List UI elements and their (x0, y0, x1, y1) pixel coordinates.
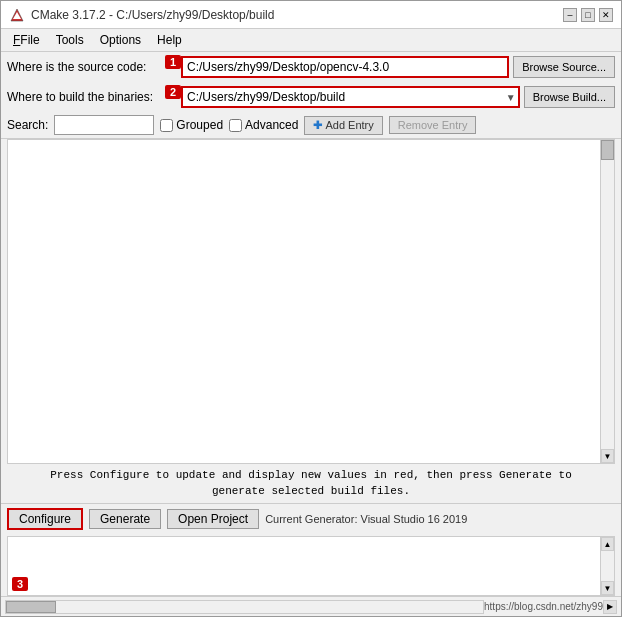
main-content: 1 Where is the source code: Browse Sourc… (1, 52, 621, 616)
build-row: 2 Where to build the binaries: C:/Users/… (1, 82, 621, 112)
source-row: 1 Where is the source code: Browse Sourc… (1, 52, 621, 82)
number3-badge: 3 (12, 577, 28, 591)
scroll-thumb[interactable] (601, 140, 614, 160)
menu-bar: FFile Tools Options Help (1, 29, 621, 52)
search-input[interactable] (54, 115, 154, 135)
number1-badge: 1 (165, 55, 181, 69)
log-area: 3 ▲ ▼ (7, 536, 615, 596)
log-scroll-up[interactable]: ▲ (601, 537, 614, 551)
log-scrollbar-v[interactable]: ▲ ▼ (600, 537, 614, 595)
remove-entry-button[interactable]: Remove Entry (389, 116, 477, 134)
advanced-checkbox[interactable] (229, 119, 242, 132)
advanced-label: Advanced (245, 118, 298, 132)
bottom-bar: Configure Generate Open Project Current … (1, 503, 621, 534)
status-text: Press Configure to update and display ne… (1, 464, 621, 503)
h-scroll-right[interactable]: ▶ (603, 600, 617, 614)
horizontal-scrollbar[interactable] (5, 600, 484, 614)
cmake-config-area: ▲ ▼ (7, 139, 615, 464)
browse-build-button[interactable]: Browse Build... (524, 86, 615, 108)
cmake-icon (9, 7, 25, 23)
add-entry-button[interactable]: ✚ Add Entry (304, 116, 382, 135)
maximize-button[interactable]: □ (581, 8, 595, 22)
grouped-checkbox[interactable] (160, 119, 173, 132)
h-scroll-thumb[interactable] (6, 601, 56, 613)
title-text: CMake 3.17.2 - C:/Users/zhy99/Desktop/bu… (31, 8, 274, 22)
plus-icon: ✚ (313, 119, 322, 132)
title-bar-left: CMake 3.17.2 - C:/Users/zhy99/Desktop/bu… (9, 7, 274, 23)
build-label: Where to build the binaries: (7, 90, 177, 104)
generator-text: Current Generator: Visual Studio 16 2019 (265, 513, 467, 525)
source-label: Where is the source code: (7, 60, 177, 74)
close-button[interactable]: ✕ (599, 8, 613, 22)
configure-button[interactable]: Configure (7, 508, 83, 530)
build-select-wrap[interactable]: C:/Users/zhy99/Desktop/build ▼ (181, 86, 520, 108)
bottom-status-bar: https://blog.csdn.net/zhy99 ▶ (1, 596, 621, 616)
main-scrollbar-v[interactable]: ▲ ▼ (600, 140, 614, 463)
build-value: C:/Users/zhy99/Desktop/build (185, 90, 506, 104)
title-bar-buttons: – □ ✕ (563, 8, 613, 22)
log-scroll-down[interactable]: ▼ (601, 581, 614, 595)
add-entry-label: Add Entry (325, 119, 373, 131)
grouped-label: Grouped (176, 118, 223, 132)
search-label: Search: (7, 118, 48, 132)
number2-badge: 2 (165, 85, 181, 99)
scroll-down-arrow[interactable]: ▼ (601, 449, 614, 463)
menu-options[interactable]: Options (92, 31, 149, 49)
title-bar: CMake 3.17.2 - C:/Users/zhy99/Desktop/bu… (1, 1, 621, 29)
menu-file[interactable]: FFile (5, 31, 48, 49)
grouped-checkbox-label[interactable]: Grouped (160, 118, 223, 132)
open-project-button[interactable]: Open Project (167, 509, 259, 529)
cmake-window: CMake 3.17.2 - C:/Users/zhy99/Desktop/bu… (0, 0, 622, 617)
advanced-checkbox-label[interactable]: Advanced (229, 118, 298, 132)
url-text: https://blog.csdn.net/zhy99 (484, 601, 603, 612)
browse-source-button[interactable]: Browse Source... (513, 56, 615, 78)
generate-button[interactable]: Generate (89, 509, 161, 529)
source-input[interactable] (181, 56, 509, 78)
build-dropdown-arrow[interactable]: ▼ (506, 92, 516, 103)
toolbar-row: Search: Grouped Advanced ✚ Add Entry Rem… (1, 112, 621, 139)
menu-help[interactable]: Help (149, 31, 190, 49)
menu-tools[interactable]: Tools (48, 31, 92, 49)
minimize-button[interactable]: – (563, 8, 577, 22)
